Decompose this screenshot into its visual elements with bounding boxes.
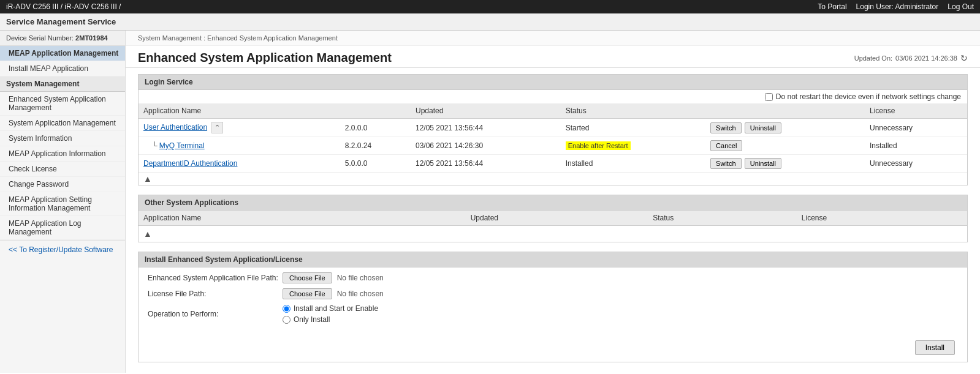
license-cell: Unnecessary	[865, 119, 967, 137]
col-version	[340, 103, 411, 119]
sidebar-item-check-license[interactable]: Check License	[0, 162, 125, 177]
page-title: Enhanced System Application Management	[138, 51, 392, 65]
table-row: User Authentication ⌃ 2.0.0.0 12/05 2021…	[139, 119, 967, 137]
status-badge: Installed	[566, 159, 593, 168]
license-cell: Unnecessary	[865, 155, 967, 173]
status-badge: Enable after Restart	[566, 141, 631, 150]
breadcrumb: System Management : Enhanced System Appl…	[126, 31, 980, 46]
status-cell: Installed	[561, 155, 705, 173]
sidebar-item-meap-app-mgmt[interactable]: MEAP Application Management	[0, 46, 125, 61]
radio-only-install-label: Only Install	[294, 315, 330, 324]
sidebar-item-system-app-mgmt[interactable]: System Application Management	[0, 116, 125, 131]
other-apps-section: Other System Applications Application Na…	[138, 195, 968, 242]
radio-group: Install and Start or Enable Only Install	[283, 304, 378, 324]
sidebar-item-meap-app-mgmt-label: MEAP Application Management	[9, 49, 118, 58]
top-bar-right: To Portal Login User: Administrator Log …	[818, 2, 974, 11]
status-badge: Started	[566, 124, 590, 132]
col-app-name-other: Application Name	[139, 211, 466, 226]
radio-only-install[interactable]	[283, 316, 291, 324]
page-header: Enhanced System Application Management U…	[126, 46, 980, 68]
refresh-icon[interactable]: ↻	[960, 53, 968, 63]
uninstall-button-dept[interactable]: Uninstall	[745, 158, 781, 169]
top-bar: iR-ADV C256 III / iR-ADV C256 III / To P…	[0, 0, 980, 13]
choose-file-license-button[interactable]: Choose File	[283, 288, 332, 299]
login-user-label: Login User: Administrator	[856, 2, 939, 11]
up-arrow-cell-other: ▲	[139, 226, 967, 242]
table-row: └ MyQ Terminal 8.2.0.24 03/06 2021 14:26…	[139, 137, 967, 155]
page-updated: Updated On: 03/06 2021 14:26:38 ↻	[854, 53, 968, 63]
system-management-header: System Management	[0, 77, 125, 92]
sidebar-item-system-info[interactable]: System Information	[0, 131, 125, 146]
app-link-user-auth[interactable]: User Authentication	[143, 123, 207, 132]
install-form: Enhanced System Application File Path: C…	[139, 267, 967, 334]
sidebar-item-meap-app-setting[interactable]: MEAP Application Setting Information Man…	[0, 192, 125, 216]
login-service-section: Login Service Do not restart the device …	[138, 74, 968, 185]
version-cell: 5.0.0.0	[340, 155, 411, 173]
sidebar: Device Serial Number: 2MT01984 MEAP Appl…	[0, 31, 126, 373]
app-name-cell: DepartmentID Authentication	[139, 155, 340, 173]
sidebar-item-system-app-label: System Application Management	[9, 119, 116, 127]
license-cell: Installed	[865, 137, 967, 155]
install-section: Install Enhanced System Application/Lice…	[138, 252, 968, 362]
table-row: DepartmentID Authentication 5.0.0.0 12/0…	[139, 155, 967, 173]
portal-link[interactable]: To Portal	[818, 2, 846, 11]
child-indicator: └	[152, 141, 159, 150]
bottom-up-arrow[interactable]: ▲	[138, 372, 968, 373]
sidebar-item-install-meap[interactable]: Install MEAP Application	[0, 61, 125, 77]
app-name-cell: └ MyQ Terminal	[139, 137, 340, 155]
install-button[interactable]: Install	[915, 340, 955, 355]
sidebar-item-change-password[interactable]: Change Password	[0, 177, 125, 192]
sidebar-item-meap-app-log[interactable]: MEAP Application Log Management	[0, 216, 125, 240]
app-name-cell: User Authentication ⌃	[139, 119, 340, 137]
other-apps-header: Other System Applications	[139, 195, 967, 211]
version-cell: 8.2.0.24	[340, 137, 411, 155]
sidebar-item-meap-app-setting-label: MEAP Application Setting Information Man…	[9, 195, 92, 212]
logout-link[interactable]: Log Out	[948, 2, 974, 11]
register-update-link[interactable]: << To Register/Update Software	[0, 240, 125, 259]
sidebar-item-enhanced-label: Enhanced System Application Management	[9, 95, 106, 112]
layout: Device Serial Number: 2MT01984 MEAP Appl…	[0, 31, 980, 373]
switch-button-dept[interactable]: Switch	[710, 158, 741, 169]
cancel-button[interactable]: Cancel	[710, 140, 742, 151]
actions-cell: Switch Uninstall	[705, 155, 865, 173]
service-bar: Service Management Service	[0, 13, 980, 31]
sidebar-item-enhanced-sys-app-mgmt[interactable]: Enhanced System Application Management	[0, 92, 125, 116]
operation-row: Operation to Perform: Install and Start …	[148, 304, 958, 324]
device-serial-label: Device Serial Number:	[6, 34, 74, 42]
sidebar-item-change-password-label: Change Password	[9, 180, 69, 189]
license-file-no-file: No file chosen	[337, 290, 384, 298]
sidebar-item-meap-app-info[interactable]: MEAP Application Information	[0, 146, 125, 162]
collapse-button[interactable]: ⌃	[211, 122, 223, 133]
version-cell: 2.0.0.0	[340, 119, 411, 137]
up-arrow-row: ▲	[139, 173, 967, 185]
updated-label: Updated On:	[854, 54, 892, 62]
operation-label: Operation to Perform:	[148, 310, 283, 318]
app-file-no-file: No file chosen	[337, 274, 384, 282]
uninstall-button[interactable]: Uninstall	[745, 122, 781, 133]
up-arrow-row-other: ▲	[139, 226, 967, 242]
switch-button[interactable]: Switch	[710, 122, 741, 133]
updated-cell: 12/05 2021 13:56:44	[411, 155, 561, 173]
app-link-myq[interactable]: MyQ Terminal	[159, 141, 205, 150]
col-updated-other: Updated	[466, 211, 648, 226]
updated-value: 03/06 2021 14:26:38	[895, 54, 957, 62]
no-restart-checkbox[interactable]	[765, 93, 773, 101]
actions-cell: Cancel	[705, 137, 865, 155]
login-service-header: Login Service	[139, 75, 967, 90]
up-arrow-icon[interactable]: ▲	[143, 174, 152, 184]
install-section-header: Install Enhanced System Application/Lice…	[139, 252, 967, 267]
no-restart-row: Do not restart the device even if networ…	[139, 90, 967, 103]
col-license-other: License	[797, 211, 967, 226]
status-cell: Started	[561, 119, 705, 137]
updated-cell: 03/06 2021 14:26:30	[411, 137, 561, 155]
sidebar-item-check-license-label: Check License	[9, 165, 57, 173]
app-file-value: Choose File No file chosen	[283, 272, 384, 283]
updated-cell: 12/05 2021 13:56:44	[411, 119, 561, 137]
choose-file-app-button[interactable]: Choose File	[283, 272, 332, 283]
app-link-dept-auth[interactable]: DepartmentID Authentication	[143, 159, 237, 168]
up-arrow-icon-other[interactable]: ▲	[143, 229, 152, 239]
sidebar-item-system-info-label: System Information	[9, 134, 72, 143]
col-license: License	[865, 103, 967, 119]
radio-install-start[interactable]	[283, 305, 291, 313]
no-restart-label: Do not restart the device even if networ…	[776, 92, 961, 101]
